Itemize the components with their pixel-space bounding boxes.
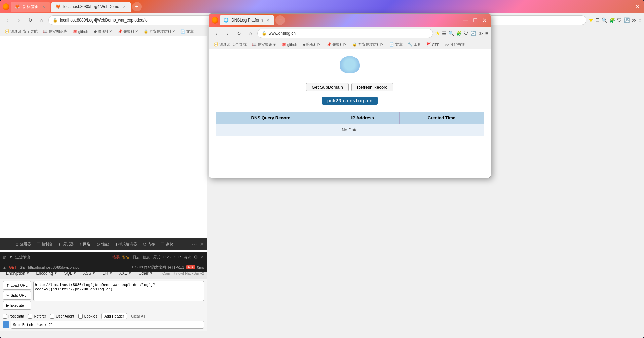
tab-storage[interactable]: ☰ 存储	[158, 240, 176, 248]
dns-tab-close[interactable]: ✕	[265, 18, 270, 23]
maximize-button[interactable]: □	[622, 3, 631, 11]
minimize-button[interactable]: —	[612, 3, 620, 11]
devtools-settings-icon[interactable]: ⚙	[194, 254, 198, 260]
dns-forward-button[interactable]: ›	[223, 29, 232, 38]
dns-new-tab[interactable]: +	[275, 15, 285, 25]
add-header-button[interactable]: Add Header	[101, 313, 127, 319]
reader-mode-icon[interactable]: ☰	[595, 17, 600, 23]
close-button[interactable]: ✕	[633, 3, 641, 11]
back-button[interactable]: ‹	[3, 15, 12, 25]
xhr-filter[interactable]: XHR	[173, 255, 181, 259]
dns-overflow-icon[interactable]: ≫	[478, 31, 483, 36]
tab-performance[interactable]: ◎ 性能	[94, 240, 111, 248]
tab-localhost-close[interactable]: ✕	[122, 4, 127, 9]
devtools-overflow-icon[interactable]: ⋯	[192, 241, 197, 247]
dns-home-button[interactable]: ⌂	[246, 29, 255, 38]
post-data-check[interactable]: Post data	[3, 314, 24, 319]
execute-button[interactable]: ▶ Execute	[3, 301, 31, 310]
request-filter[interactable]: 请求	[184, 255, 191, 260]
bookmark-github[interactable]: 🐙 github	[71, 29, 90, 34]
split-url-button[interactable]: ✂ Split URL	[3, 291, 31, 300]
bookmark-xianzhishe[interactable]: 📖 信安知识库	[41, 28, 69, 35]
dns-bookmark-3[interactable]: 🐙 github	[279, 42, 299, 47]
bookmark-xianzhi[interactable]: 📌 先知社区	[116, 28, 140, 35]
extensions-icon[interactable]: 🧩	[609, 17, 615, 23]
debug-filter[interactable]: 调试	[153, 255, 160, 260]
home-button[interactable]: ⌂	[37, 15, 46, 25]
hackbar-header-input[interactable]	[11, 321, 204, 329]
dns-bookmark-8[interactable]: 🔧 工具	[406, 41, 423, 48]
dns-bookmark-5[interactable]: 📌 先知社区	[325, 41, 349, 48]
bookmark-anmhun[interactable]: ◆ 暗魂社区	[92, 28, 114, 35]
warn-filter[interactable]: 警告	[122, 255, 130, 260]
dns-zoom-icon[interactable]: 🔍	[448, 31, 454, 36]
dns-star-icon[interactable]: ★	[435, 30, 440, 36]
dns-bookmark-2[interactable]: 📖 信安知识库	[250, 41, 278, 48]
tab-new-page[interactable]: 🦊 新标签页 ✕	[11, 2, 50, 12]
menu-icon[interactable]: ≡	[639, 17, 641, 23]
dns-shield-icon[interactable]: 🛡	[464, 31, 468, 36]
tab-newtab-close[interactable]: ✕	[41, 4, 46, 9]
cookies-label: Cookies	[84, 314, 98, 318]
devtools-close-icon[interactable]: ✕	[200, 241, 204, 247]
shield-tracking-icon[interactable]: 🛡	[617, 17, 622, 23]
load-url-button[interactable]: ⬆ Load URL	[3, 281, 31, 290]
tab-network[interactable]: ↕ 网络	[77, 240, 93, 248]
forward-button[interactable]: ›	[14, 15, 24, 25]
dns-reader-icon[interactable]: 🧩	[456, 31, 462, 36]
dns-bookmark-9[interactable]: 🚩 CTF	[424, 42, 441, 47]
dns-bookmark-4[interactable]: ◆ 暗魂社区	[301, 41, 323, 48]
bookmark-qianxin[interactable]: 🔒 奇安信攻防社区	[142, 28, 177, 35]
log-filter[interactable]: 日志	[132, 255, 140, 260]
dns-close[interactable]: ✕	[481, 16, 488, 25]
dns-bookmark-6[interactable]: 🔒 奇安信攻防社区	[350, 41, 386, 48]
dns-minimize[interactable]: —	[461, 16, 469, 25]
hackbar-url-input[interactable]: http://localhost:8080/Log4jWebDemo_war_e…	[33, 281, 204, 301]
refresh-button[interactable]: ↻	[26, 15, 35, 25]
sync-icon[interactable]: 🔄	[624, 17, 630, 23]
bookmark-star-icon[interactable]: ★	[589, 17, 593, 23]
tab-localhost[interactable]: 🦊 localhost:8080/Log4jWebDemo ✕	[51, 2, 131, 12]
dns-bookmark-1[interactable]: 🧭 渗透师-安全导航	[212, 41, 249, 48]
dns-refresh-button[interactable]: ↻	[234, 29, 244, 38]
refresh-record-button[interactable]: Refresh Record	[351, 83, 393, 91]
zoom-icon[interactable]: 🔍	[602, 17, 607, 23]
referer-checkbox[interactable]	[28, 314, 32, 319]
cookies-check[interactable]: Cookies	[78, 314, 98, 319]
dns-sync-icon[interactable]: 🔄	[470, 31, 476, 36]
inspector-icon[interactable]: ⬚	[3, 239, 12, 249]
more-tools-icon[interactable]: ≫	[632, 17, 637, 23]
dns-back-button[interactable]: ‹	[212, 29, 221, 38]
dns-security-icon: 🔒	[262, 31, 267, 36]
user-agent-checkbox[interactable]	[50, 314, 54, 319]
tab-style-editor[interactable]: {} 样式编辑器	[112, 240, 140, 248]
bookmark-pentester[interactable]: 🧭 渗透师-安全导航	[3, 28, 40, 35]
devtools-close2-icon[interactable]: ✕	[201, 255, 204, 259]
dns-bookmark-icon[interactable]: ☰	[442, 31, 446, 36]
tab-debugger[interactable]: {} 调试器	[56, 240, 76, 248]
trash-icon[interactable]: 🗑	[3, 255, 6, 259]
get-subdomain-button[interactable]: Get SubDomain	[306, 83, 349, 91]
dns-menu-icon[interactable]: ≡	[485, 31, 488, 36]
referer-check[interactable]: Referer	[28, 314, 46, 319]
dns-tab-active[interactable]: 🌐 DNSLog Platform ✕	[220, 15, 274, 25]
new-tab-button[interactable]: +	[132, 2, 142, 11]
tab-memory[interactable]: ◎ 内存	[140, 240, 158, 248]
bookmark-xianzhishe-icon: 📖	[43, 29, 48, 34]
tab-console[interactable]: ☰ 控制台	[34, 240, 55, 248]
post-data-checkbox[interactable]	[3, 314, 7, 319]
dns-bookmark-7[interactable]: 📄 文章	[387, 41, 405, 48]
bookmark-wenzhang[interactable]: 📄 文章	[179, 28, 196, 35]
main-status-bar	[0, 331, 644, 338]
css-filter[interactable]: CSS	[163, 255, 171, 259]
dns-bookmarks-bar: 🧭 渗透师-安全导航 📖 信安知识库 🐙 github ◆ 暗魂社区 📌 先知社…	[209, 40, 491, 49]
dns-address-bar[interactable]: 🔒 www.dnslog.cn	[257, 29, 433, 38]
clear-all-button[interactable]: Clear All	[131, 314, 145, 318]
cookies-checkbox[interactable]	[78, 314, 83, 319]
user-agent-check[interactable]: User Agent	[50, 314, 74, 319]
dns-maximize[interactable]: □	[472, 16, 478, 25]
info-filter[interactable]: 信息	[143, 255, 150, 260]
tab-inspector[interactable]: ◻ 查看器	[13, 240, 34, 248]
dns-bookmark-10[interactable]: >> 其他书签	[443, 41, 467, 48]
error-filter[interactable]: 错误	[112, 255, 120, 260]
